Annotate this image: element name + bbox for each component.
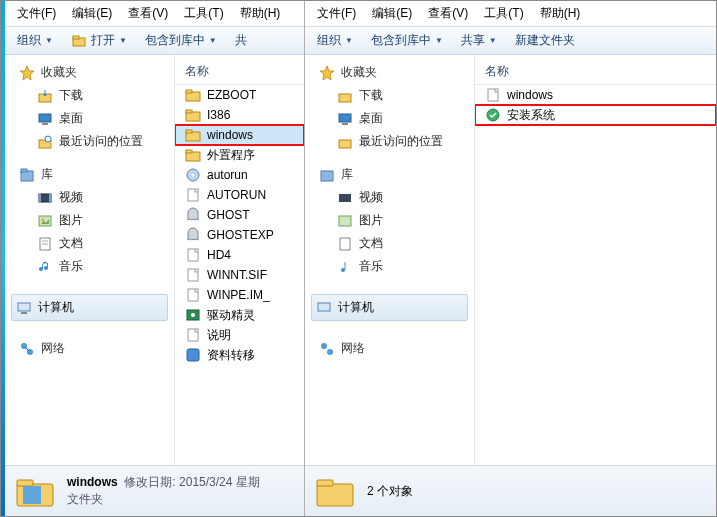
svg-rect-30 bbox=[186, 150, 192, 153]
file-name: autorun bbox=[207, 168, 248, 182]
svg-rect-12 bbox=[49, 194, 51, 202]
nav-videos[interactable]: 视频 bbox=[305, 186, 474, 209]
menubar: 文件(F) 编辑(E) 查看(V) 工具(T) 帮助(H) bbox=[305, 1, 716, 27]
organize-button[interactable]: 组织▼ bbox=[9, 30, 61, 51]
libraries-group[interactable]: 库 bbox=[5, 163, 174, 186]
nav-documents[interactable]: 文档 bbox=[305, 232, 474, 255]
menu-help[interactable]: 帮助(H) bbox=[234, 3, 287, 24]
folder-icon bbox=[185, 147, 201, 163]
file-name: 外置程序 bbox=[207, 147, 255, 164]
share-button[interactable]: 共 bbox=[227, 30, 255, 51]
svg-rect-1 bbox=[73, 36, 79, 39]
favorites-group[interactable]: 收藏夹 bbox=[305, 61, 474, 84]
file-row[interactable]: autorun bbox=[175, 165, 304, 185]
svg-rect-58 bbox=[488, 89, 498, 101]
nav-recent[interactable]: 最近访问的位置 bbox=[5, 130, 174, 153]
nav-downloads[interactable]: 下载 bbox=[305, 84, 474, 107]
open-button[interactable]: 打开▼ bbox=[63, 30, 135, 51]
svg-rect-43 bbox=[23, 486, 41, 504]
file-row[interactable]: windows bbox=[175, 125, 304, 145]
file-row[interactable]: GHOSTEXP bbox=[175, 225, 304, 245]
nav-network[interactable]: 网络 bbox=[305, 337, 474, 360]
svg-rect-55 bbox=[318, 303, 330, 311]
menu-edit[interactable]: 编辑(E) bbox=[66, 3, 118, 24]
svg-rect-40 bbox=[187, 349, 199, 361]
new-folder-button[interactable]: 新建文件夹 bbox=[507, 30, 583, 51]
nav-recent[interactable]: 最近访问的位置 bbox=[305, 130, 474, 153]
menu-edit[interactable]: 编辑(E) bbox=[366, 3, 418, 24]
nav-pane: 收藏夹 下载 桌面 最近访问的位置 库 视频 图片 文档 音乐 计算机 网络 bbox=[305, 55, 475, 465]
folder-icon bbox=[185, 127, 201, 143]
nav-pictures[interactable]: 图片 bbox=[305, 209, 474, 232]
file-list: 名称 windows安装系统 bbox=[475, 55, 716, 465]
file-row[interactable]: 驱动精灵 bbox=[175, 305, 304, 325]
file-name: 资料转移 bbox=[207, 347, 255, 364]
nav-desktop[interactable]: 桌面 bbox=[305, 107, 474, 130]
svg-rect-33 bbox=[188, 189, 198, 201]
nav-videos[interactable]: 视频 bbox=[5, 186, 174, 209]
favorites-group[interactable]: 收藏夹 bbox=[5, 61, 174, 84]
svg-point-56 bbox=[321, 343, 327, 349]
menu-file[interactable]: 文件(F) bbox=[11, 3, 62, 24]
explorer-window-left: 文件(F) 编辑(E) 查看(V) 工具(T) 帮助(H) 组织▼ 打开▼ 包含… bbox=[5, 1, 305, 516]
recent-icon bbox=[337, 134, 353, 150]
nav-music[interactable]: 音乐 bbox=[305, 255, 474, 278]
file-name: I386 bbox=[207, 108, 230, 122]
status-bar: 2 个对象 bbox=[305, 465, 716, 516]
file-row[interactable]: windows bbox=[475, 85, 716, 105]
nav-downloads[interactable]: 下载 bbox=[5, 84, 174, 107]
share-button[interactable]: 共享▼ bbox=[453, 30, 505, 51]
nav-pictures[interactable]: 图片 bbox=[5, 209, 174, 232]
nav-computer[interactable]: 计算机 bbox=[311, 294, 468, 321]
menu-view[interactable]: 查看(V) bbox=[122, 3, 174, 24]
svg-rect-34 bbox=[188, 249, 198, 261]
documents-icon bbox=[37, 236, 53, 252]
svg-rect-9 bbox=[21, 169, 27, 172]
file-row[interactable]: HD4 bbox=[175, 245, 304, 265]
file-row[interactable]: 安装系统 bbox=[475, 105, 716, 125]
nav-computer[interactable]: 计算机 bbox=[11, 294, 168, 321]
file-row[interactable]: GHOST bbox=[175, 205, 304, 225]
svg-point-32 bbox=[192, 174, 195, 177]
file-name: AUTORUN bbox=[207, 188, 266, 202]
file-name: 说明 bbox=[207, 327, 231, 344]
file-row[interactable]: 说明 bbox=[175, 325, 304, 345]
nav-desktop[interactable]: 桌面 bbox=[5, 107, 174, 130]
file-row[interactable]: 资料转移 bbox=[175, 345, 304, 365]
include-button[interactable]: 包含到库中▼ bbox=[137, 30, 225, 51]
file-row[interactable]: 外置程序 bbox=[175, 145, 304, 165]
svg-rect-18 bbox=[18, 303, 30, 311]
organize-button[interactable]: 组织▼ bbox=[309, 30, 361, 51]
file-row[interactable]: WINNT.SIF bbox=[175, 265, 304, 285]
file-row[interactable]: WINPE.IM_ bbox=[175, 285, 304, 305]
menu-file[interactable]: 文件(F) bbox=[311, 3, 362, 24]
column-name[interactable]: 名称 bbox=[175, 59, 304, 85]
status-title: windows bbox=[67, 475, 118, 489]
folder-icon bbox=[185, 107, 201, 123]
computer-icon bbox=[316, 300, 332, 316]
svg-rect-24 bbox=[186, 90, 192, 93]
file-icon bbox=[485, 87, 501, 103]
menu-view[interactable]: 查看(V) bbox=[422, 3, 474, 24]
file-row[interactable]: EZBOOT bbox=[175, 85, 304, 105]
file-name: 驱动精灵 bbox=[207, 307, 255, 324]
menu-tools[interactable]: 工具(T) bbox=[478, 3, 529, 24]
star-icon bbox=[319, 65, 335, 81]
ghost-icon bbox=[185, 207, 201, 223]
file-list: 名称 EZBOOTI386windows外置程序autorunAUTORUNGH… bbox=[175, 55, 304, 465]
file-row[interactable]: I386 bbox=[175, 105, 304, 125]
menu-help[interactable]: 帮助(H) bbox=[534, 3, 587, 24]
nav-documents[interactable]: 文档 bbox=[5, 232, 174, 255]
folder-icon bbox=[185, 87, 201, 103]
svg-marker-2 bbox=[20, 66, 34, 80]
file-row[interactable]: AUTORUN bbox=[175, 185, 304, 205]
include-button[interactable]: 包含到库中▼ bbox=[363, 30, 451, 51]
file-name: WINPE.IM_ bbox=[207, 288, 270, 302]
column-name[interactable]: 名称 bbox=[475, 59, 716, 85]
menu-tools[interactable]: 工具(T) bbox=[178, 3, 229, 24]
nav-music[interactable]: 音乐 bbox=[5, 255, 174, 278]
libraries-group[interactable]: 库 bbox=[305, 163, 474, 186]
file-name: 安装系统 bbox=[507, 107, 555, 124]
nav-network[interactable]: 网络 bbox=[5, 337, 174, 360]
svg-rect-46 bbox=[339, 114, 351, 122]
